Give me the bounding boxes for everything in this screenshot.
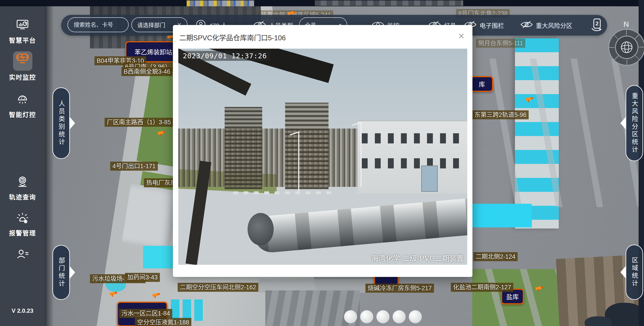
photo-door (421, 166, 438, 192)
map-label[interactable]: 侧月台东侧5-111 (476, 39, 525, 48)
tab-personnel-category-stats[interactable]: 人员类别统计 (52, 87, 70, 159)
smart-lamp-icon (15, 92, 30, 108)
photo-lamp-post (298, 133, 299, 191)
map-zone-label[interactable]: 库 (471, 76, 493, 92)
sidebar-item-label: 轨迹查询 (0, 192, 45, 201)
dashboard-monitor-icon (15, 18, 30, 33)
map-terrain-patch (481, 59, 638, 207)
map-pool (171, 299, 204, 321)
map-label[interactable]: 化盐池二期南侧2-127 (451, 283, 513, 292)
camera-icon[interactable] (158, 130, 166, 137)
department-placeholder: 请选择部门 (137, 21, 165, 29)
map-label[interactable]: 污水一区二区1-84 (119, 309, 172, 318)
app-version: V 2.0.23 (0, 307, 45, 314)
photo-white-building (358, 120, 467, 193)
map-terrain-patch (187, 1, 254, 6)
sidebar-item-label: 报警管理 (0, 228, 45, 237)
floor-switch-button[interactable]: 2 (589, 18, 604, 34)
tab-label: 人员类别统计 (57, 100, 66, 146)
map-pool (472, 204, 532, 227)
photo-plant-structures (225, 107, 262, 189)
tab-label: 重大风险分区统计 (630, 93, 639, 154)
alarm-manage-icon (15, 211, 30, 226)
tab-label: 区域统计 (630, 257, 639, 287)
photo-lamp-post (360, 122, 362, 187)
camera-icon[interactable] (525, 96, 534, 103)
sidebar-item-label: 智能灯控 (0, 110, 45, 119)
sidebar-item-label: 实时监控 (0, 73, 45, 82)
search-input-pill[interactable] (68, 17, 128, 32)
photo-windows (362, 133, 463, 144)
chevron-left-icon (620, 116, 626, 130)
chevron-right-icon (69, 116, 75, 130)
tab-major-risk-zone-stats[interactable]: 重大风险分区统计 (626, 85, 643, 161)
camera-timestamp: 2023/09/01 12:37:26 (180, 51, 270, 61)
app-root: 苯乙烯装卸站污水处理装置盐库库B04甲苯非芳3-106号门南（3-96）B西南侧… (0, 0, 644, 326)
sidebar-item-smart-lights[interactable]: 智能灯控 (0, 92, 45, 119)
map-label[interactable]: 4号门出口1-171 (110, 162, 158, 171)
dialog-title: 二期SPVC化学品仓库南门口5-106 (179, 32, 286, 42)
camera-icon[interactable] (152, 292, 161, 299)
sidebar-item-smart-platform[interactable]: 智慧平台 (0, 18, 45, 45)
photo-windows (362, 158, 463, 169)
chevron-right-icon (69, 266, 75, 279)
map-terrain-patch (585, 316, 612, 326)
compass-north-label: N (617, 20, 635, 29)
camera-watermark: 海湾化学-二级-PVC二期装置 (371, 253, 464, 263)
photo-pipe-end (248, 213, 274, 245)
toggle-label: 重大风险分区 (536, 21, 572, 30)
sidebar-item-label: 智慧平台 (0, 36, 45, 45)
close-icon[interactable]: ✕ (458, 32, 465, 40)
sidebar-item-track-query[interactable]: 轨迹查询 (0, 175, 45, 201)
camera-icon[interactable] (109, 291, 118, 298)
camera-feed-image: 2023/09/01 12:37:26 海湾化学-二级-PVC二期装置 (178, 49, 467, 265)
map-label[interactable]: 烧碱冷冻厂房东侧5-217 (366, 284, 434, 293)
map-label[interactable]: 东第三跨2轨道5-96 (472, 110, 529, 119)
sidebar: 智慧平台 实时监控 智能灯控 (0, 6, 45, 326)
map-label[interactable]: 厂区南主路西（1）3-85 (104, 118, 173, 127)
tab-department-stats[interactable]: 部门统计 (52, 245, 70, 300)
compass-globe-icon (615, 36, 638, 59)
search-input[interactable] (73, 21, 123, 28)
toggle-major-risk-zone[interactable]: 重大风险分区 (520, 15, 572, 36)
camera-dialog: 二期SPVC化学品仓库南门口5-106 ✕ 2023/09/01 (173, 25, 472, 277)
person-list-icon (15, 248, 30, 263)
tab-area-stats[interactable]: 区域统计 (626, 244, 643, 300)
track-query-icon (15, 175, 30, 190)
toggle-label: 电子围栏 (480, 21, 504, 30)
map-label[interactable]: 二期北侧2-124 (473, 252, 518, 261)
compass[interactable] (608, 29, 644, 66)
photo-roadmark (233, 191, 332, 194)
realtime-monitor-icon (15, 51, 30, 67)
tab-label: 部门统计 (57, 257, 66, 288)
sidebar-item-personnel[interactable] (0, 248, 45, 263)
eye-off-icon (520, 20, 533, 30)
map-label[interactable]: 空分空压液氮1-188 (135, 318, 191, 326)
map-terrain-patch (315, 1, 463, 6)
camera-icon[interactable] (535, 285, 544, 292)
sidebar-item-realtime-monitor[interactable]: 实时监控 (0, 51, 45, 82)
map-label[interactable]: 加药间3-43 (125, 273, 160, 282)
sidebar-item-alarm-management[interactable]: 报警管理 (0, 211, 45, 237)
map-storage-tanks (344, 310, 434, 326)
map-building (122, 184, 179, 250)
floor-number: 2 (596, 21, 598, 27)
map-label[interactable]: B西南侧全貌3-46 (122, 67, 172, 76)
map-label[interactable]: 二期空分空压车间北侧2-162 (178, 283, 258, 292)
photo-plant-structures (285, 103, 328, 189)
map-pool (143, 246, 178, 268)
chevron-left-icon (620, 265, 626, 279)
